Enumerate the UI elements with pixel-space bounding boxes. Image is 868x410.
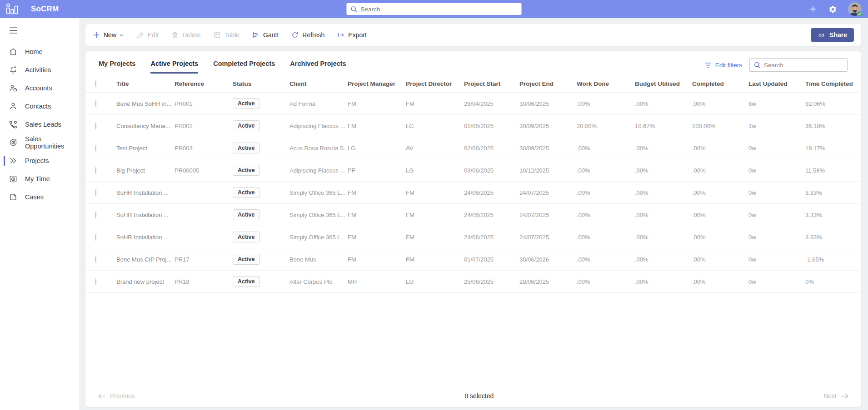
tab-active-projects[interactable]: Active Projects (150, 60, 198, 74)
sidebar-item-label: Activities (25, 66, 51, 74)
refresh-button[interactable]: Refresh (291, 31, 324, 39)
table-row[interactable]: SoHR Installation ... Active Simply Offi… (85, 226, 861, 248)
gantt-button[interactable]: Gantt (252, 31, 279, 39)
column-header[interactable]: Budget Utilised (635, 80, 692, 87)
row-checkbox[interactable] (95, 278, 96, 285)
cell-title: SoHR Installation ... (116, 234, 175, 241)
cell-project-manager: FM (348, 234, 406, 241)
cell-title: Bene Mus CIP Proj... (116, 256, 175, 263)
tab-archived-projects[interactable]: Archived Projects (290, 60, 346, 74)
column-header[interactable]: Status (233, 80, 289, 87)
global-search-input[interactable] (361, 6, 518, 13)
cell-reference: PR17 (175, 256, 233, 263)
row-checkbox[interactable] (95, 123, 96, 129)
column-header[interactable]: Project End (519, 80, 577, 87)
sidebar-item-contacts[interactable]: Contacts (0, 97, 80, 115)
grid-search-input[interactable] (764, 62, 844, 69)
share-button[interactable]: Share (811, 28, 854, 42)
edit-filters-button[interactable]: Edit filters (705, 62, 742, 69)
sidebar-item-label: Accounts (25, 84, 52, 92)
table-row[interactable]: Big Project PR00005 Active Adipiscing Fl… (85, 159, 861, 182)
cell-project-start: 01/05/2025 (464, 123, 519, 129)
table-row[interactable]: SoHR Installation ... Active Simply Offi… (85, 204, 861, 226)
table-row[interactable]: Consultancy Mana... PR002 Active Adipisc… (85, 115, 861, 137)
tab-completed-projects[interactable]: Completed Projects (213, 60, 275, 74)
table-row[interactable]: Test Project PR003 Active Acus Rosa Rosu… (85, 137, 861, 159)
tab-my-projects[interactable]: My Projects (99, 60, 135, 74)
column-header[interactable]: Project Start (464, 80, 519, 87)
cell-budget-utilised: .00% (635, 234, 692, 241)
sidebar-item-my-time[interactable]: My Time (0, 170, 80, 188)
cell-project-manager: MH (348, 278, 406, 285)
row-checkbox[interactable] (95, 256, 96, 263)
column-header[interactable]: Completed (692, 80, 748, 87)
row-checkbox[interactable] (95, 189, 96, 196)
sidebar: Home Activities Accounts (0, 18, 80, 410)
cell-reference: PR18 (175, 278, 233, 285)
new-button[interactable]: New (93, 31, 124, 39)
column-header[interactable]: Reference (175, 80, 233, 87)
cell-reference: PR003 (175, 145, 233, 152)
column-header[interactable]: Client (289, 80, 348, 87)
table-button[interactable]: Table (214, 31, 239, 39)
row-checkbox[interactable] (95, 234, 96, 241)
row-checkbox[interactable] (95, 212, 96, 218)
sidebar-item-accounts[interactable]: Accounts (0, 79, 80, 97)
sidebar-item-sales-opportunities[interactable]: Sales Opportunities (0, 133, 80, 152)
cell-time-completed: 3.33% (805, 234, 858, 241)
pagination-footer: Previous 0 selected Next (85, 385, 861, 407)
cell-budget-utilised: .00% (635, 189, 692, 196)
add-button[interactable] (808, 5, 818, 14)
sidebar-item-home[interactable]: Home (0, 43, 80, 61)
arrow-left-icon (98, 393, 106, 399)
double-chevron-icon (9, 156, 18, 165)
cell-client: Alter Corpus Plc (289, 278, 348, 285)
previous-button[interactable]: Previous (98, 392, 135, 400)
sidebar-item-activities[interactable]: Activities (0, 61, 80, 79)
cell-time-completed: 92.06% (805, 100, 858, 107)
row-checkbox[interactable] (95, 167, 96, 174)
cell-project-start: 24/06/2025 (464, 234, 519, 241)
projects-panel: My Projects Active Projects Completed Pr… (85, 51, 862, 407)
avatar[interactable] (848, 2, 862, 16)
sidebar-item-projects[interactable]: Projects (0, 152, 80, 170)
table-row[interactable]: SoHR Installation ... Active Simply Offi… (85, 182, 861, 204)
cell-completed: 100.00% (692, 123, 748, 129)
hamburger-button[interactable] (0, 25, 80, 43)
sidebar-item-cases[interactable]: Cases (0, 188, 80, 206)
row-checkbox[interactable] (95, 145, 96, 152)
column-header[interactable]: Project Director (406, 80, 464, 87)
gear-icon (828, 5, 837, 14)
column-header[interactable]: Last Updated (748, 80, 805, 87)
column-header[interactable]: Project Manager (348, 80, 406, 87)
pencil-icon (137, 31, 144, 39)
grid-search (749, 58, 848, 72)
table-row[interactable]: Bene Mus SoHR in... PR001 Active Ad Form… (85, 93, 861, 115)
cell-last-updated: 0w (748, 278, 805, 285)
sidebar-item-label: Cases (25, 193, 44, 201)
export-button[interactable]: Export (337, 31, 366, 39)
column-header[interactable]: Work Done (577, 80, 635, 87)
row-checkbox[interactable] (95, 100, 96, 107)
delete-button[interactable]: Delete (171, 31, 200, 39)
table-row[interactable]: Bene Mus CIP Proj... PR17 Active Bene Mu… (85, 248, 861, 271)
table-icon (214, 31, 221, 39)
status-badge: Active (233, 209, 260, 220)
settings-button[interactable] (828, 5, 837, 14)
sidebar-item-label: Sales Leads (25, 121, 61, 128)
sidebar-item-sales-leads[interactable]: Sales Leads (0, 115, 80, 133)
select-all-checkbox[interactable] (95, 80, 96, 87)
cell-project-manager: FM (348, 212, 406, 218)
cell-project-director: LG (406, 278, 464, 285)
cell-project-director: LG (406, 123, 464, 129)
column-header[interactable]: Title (116, 80, 175, 87)
edit-button[interactable]: Edit (137, 31, 159, 39)
home-icon (9, 47, 18, 56)
next-button[interactable]: Next (823, 392, 848, 400)
sidebar-item-label: Contacts (25, 103, 51, 110)
table-row[interactable]: Brand new project PR18 Active Alter Corp… (85, 271, 861, 293)
cell-time-completed: -1.65% (805, 256, 858, 263)
cell-budget-utilised: .00% (635, 167, 692, 174)
cell-project-end: 24/07/2025 (519, 212, 577, 218)
column-header[interactable]: Time Completed (805, 80, 858, 87)
